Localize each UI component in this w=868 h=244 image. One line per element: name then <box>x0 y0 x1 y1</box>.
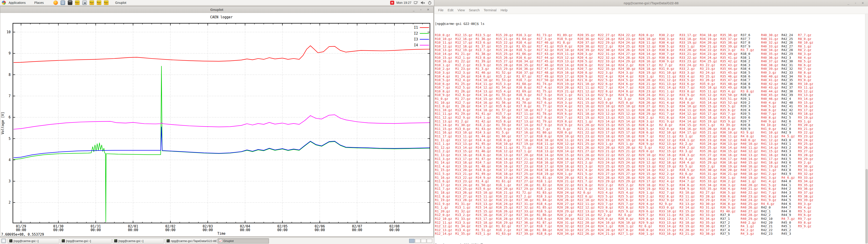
volume-muted-icon[interactable] <box>421 1 426 5</box>
file-name: R25_13.gz <box>618 116 639 120</box>
places-menu[interactable]: Places <box>32 0 46 5</box>
file-name: R15_23.gz <box>496 44 517 48</box>
file-name: R18_15.gz <box>537 157 557 161</box>
file-name: R22_15.gz <box>578 217 598 221</box>
file-name: R28_20.gz <box>639 78 659 82</box>
file-name: R42_25 <box>781 37 798 41</box>
task-button[interactable]: npg@carme-gsi:/TapeData/G22-88 <box>165 238 217 244</box>
midas-icon[interactable] <box>90 0 94 5</box>
close-button[interactable]: ✕ <box>860 1 865 5</box>
midas-icon[interactable] <box>97 0 101 5</box>
file-name: R9_29.gz <box>798 157 817 161</box>
file-name: R35_25.gz <box>700 146 720 150</box>
task-button[interactable]: [npg@carme-gsi:~] <box>8 238 59 244</box>
applications-menu[interactable]: Applications <box>6 0 28 5</box>
file-name: R12_12.gz <box>435 224 455 228</box>
power-icon[interactable] <box>428 1 432 5</box>
file-name: R29_17.gz <box>639 179 659 183</box>
minimize-button[interactable]: _ <box>846 1 851 5</box>
show-desktop-icon[interactable] <box>1 239 6 243</box>
file-name: R36_14.gz <box>720 146 741 150</box>
file-name: R35_44.gz <box>720 67 741 71</box>
gnome-menu-icon[interactable] <box>2 1 6 5</box>
file-name: R40_8.gz <box>761 116 781 120</box>
scrollbar-thumb[interactable] <box>866 169 868 244</box>
file-name: R35_43.gz <box>720 63 741 67</box>
workspace-cell[interactable] <box>415 239 421 243</box>
svg-text:00:00: 00:00 <box>277 228 287 232</box>
file-name: R40_11.gz <box>741 146 761 150</box>
close-button[interactable]: ✕ <box>426 7 431 12</box>
task-button-label: Gnuplot <box>223 239 234 243</box>
file-name: R17_7.gz <box>537 108 557 112</box>
file-name: R36_17.gz <box>720 157 741 161</box>
workspace-cell[interactable] <box>421 239 426 243</box>
file-name: R16_27.gz <box>496 213 517 217</box>
file-name: R42_39 <box>781 93 798 97</box>
terminal-icon[interactable] <box>68 0 72 5</box>
menu-file[interactable]: File <box>436 8 445 12</box>
file-name: R23_2.gz <box>598 183 618 187</box>
file-name: R22_35.gz <box>598 67 618 71</box>
file-name: R14_18.gz <box>475 108 496 112</box>
notification-badge-icon[interactable]: ❖ <box>390 1 394 5</box>
file-name: R44_6 <box>781 202 798 206</box>
file-name: R24_22.gz <box>618 33 639 37</box>
file-name: R40_3.gz <box>761 71 781 74</box>
gnuplot-titlebar[interactable]: Gnuplot _ ▫ ✕ <box>0 6 433 13</box>
svg-text:I4: I4 <box>414 43 418 47</box>
menu-help[interactable]: Help <box>499 8 510 12</box>
terminal-titlebar[interactable]: npg@carme-gsi:/TapeData/G22-88 _ ▫ ✕ <box>434 0 868 6</box>
maximize-button[interactable]: ▫ <box>853 1 858 5</box>
file-name: R29_14.gz <box>639 168 659 172</box>
file-name: R17_34.gz <box>517 213 537 217</box>
file-name: R14_2.gz <box>475 123 496 127</box>
maximize-button[interactable]: ▫ <box>418 7 423 12</box>
file-name: R19_9.gz <box>557 123 578 127</box>
task-button[interactable]: Gnuplot <box>217 238 269 244</box>
menu-terminal[interactable]: Terminal <box>482 8 499 12</box>
panel-window-label[interactable]: Gnuplot <box>115 1 126 4</box>
terminal-scrollbar[interactable] <box>865 14 868 244</box>
workspace-cell[interactable] <box>409 239 414 243</box>
file-name: R20_25.gz <box>557 194 578 199</box>
task-button[interactable]: [npg@carme-gsi:~] <box>60 238 112 244</box>
file-name: R1_49.gz <box>475 172 496 176</box>
task-button[interactable]: [npg@carme-gsi:~] <box>113 238 164 244</box>
file-name: R35_35.gz <box>700 187 720 191</box>
file-name: R19_0.gz <box>557 44 578 48</box>
file-name: R24_28.gz <box>618 56 639 60</box>
file-name: R17_44.gz <box>537 56 557 60</box>
file-name: R21_10.gz <box>578 82 598 86</box>
file-name: R38_7 <box>741 78 761 82</box>
file-name: R13_20.gz <box>455 168 475 172</box>
file-name: R35_14.gz <box>700 101 720 104</box>
clock[interactable]: Mon 19:27 <box>397 1 411 4</box>
file-name: R3_3.gz <box>680 149 700 153</box>
file-name: R9_8.gz <box>798 221 817 224</box>
file-name: R42_1 <box>761 209 781 213</box>
file-name: R31_8.gz <box>659 116 680 120</box>
gnuplot-plot-area[interactable]: 01/2900:0001/3000:0001/3100:0002/0100:00… <box>0 13 433 236</box>
menu-search[interactable]: Search <box>467 8 482 12</box>
file-name: R11_7.gz <box>435 187 455 191</box>
file-name: R25_12.gz <box>618 112 639 116</box>
midas-icon[interactable] <box>104 0 108 5</box>
minimize-button[interactable]: _ <box>411 7 416 12</box>
file-name: R2_1.gz <box>598 97 618 101</box>
gnuplot-window: Gnuplot _ ▫ ✕ 01/2900:0001/3000:0001/310… <box>0 6 434 236</box>
file-name: R20_22.gz <box>557 183 578 187</box>
menu-edit[interactable]: Edit <box>445 8 456 12</box>
menu-view[interactable]: View <box>456 8 467 12</box>
file-name: R13_28.gz <box>455 198 475 202</box>
network-status-icon[interactable]: ? <box>414 1 418 5</box>
file-manager-icon[interactable] <box>61 0 65 5</box>
file-name: R40_37.gz <box>761 59 781 63</box>
workspace-cell[interactable] <box>427 239 432 243</box>
terminal-content[interactable]: [npg@carme-gsi G22-88]$ ls R10_0.gzR10_1… <box>435 14 865 244</box>
midas-icon[interactable] <box>75 0 80 5</box>
file-name: R24_25.gz <box>618 44 639 48</box>
firefox-icon[interactable] <box>53 0 58 5</box>
file-name: R30_1.gz <box>639 232 659 236</box>
screenshot-icon[interactable] <box>82 0 87 5</box>
